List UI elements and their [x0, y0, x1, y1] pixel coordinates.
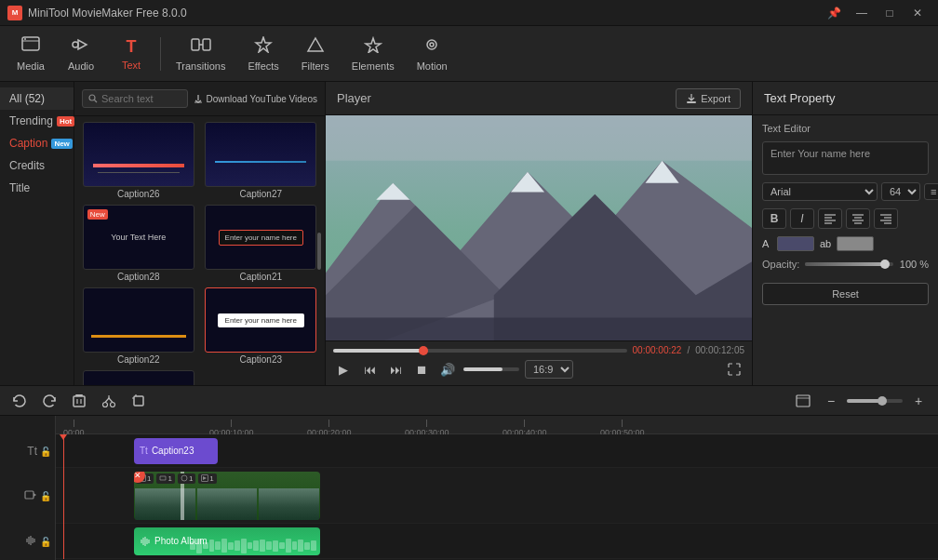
- align-left-button[interactable]: [818, 208, 842, 229]
- zoom-fit-button[interactable]: [791, 391, 815, 411]
- opacity-row: Opacity: 100 %: [762, 259, 929, 270]
- next-frame-button[interactable]: ⏭: [385, 359, 406, 380]
- tool-audio[interactable]: Audio: [58, 33, 104, 75]
- sidebar-item-all[interactable]: All (52): [0, 87, 74, 110]
- caption-lock-icon[interactable]: 🔓: [40, 447, 51, 457]
- caption-track: Tt Caption23: [56, 434, 938, 468]
- timeline-tracks[interactable]: 00:00 00:00:10:00 00:00:20:00 00:00:30:0…: [56, 416, 938, 560]
- close-button[interactable]: ✕: [904, 4, 931, 22]
- text-editor-label: Text Editor: [762, 123, 929, 134]
- align-center-button[interactable]: [846, 208, 870, 229]
- text-icon: T: [127, 37, 137, 57]
- align-right-button[interactable]: [874, 208, 898, 229]
- caption-badge: New: [51, 139, 72, 149]
- caption-item-22[interactable]: Caption22: [80, 287, 197, 365]
- bold-button[interactable]: B: [762, 208, 786, 229]
- reset-button[interactable]: Reset: [762, 283, 929, 305]
- progress-row: 00:00:00:22 / 00:00:12:05: [333, 345, 744, 355]
- audio-lock-icon[interactable]: 🔓: [40, 537, 51, 547]
- tool-media[interactable]: Media: [7, 33, 54, 75]
- svg-marker-46: [34, 493, 36, 497]
- tool-effects[interactable]: Effects: [238, 33, 288, 75]
- audio-track-icon: [24, 535, 37, 549]
- volume-bar[interactable]: [463, 367, 519, 371]
- minimize-button[interactable]: —: [849, 4, 875, 22]
- caption-label-27: Caption27: [239, 189, 282, 199]
- window-buttons: 📌 — □ ✕: [821, 4, 931, 22]
- progress-bar[interactable]: [333, 349, 627, 353]
- sidebar-item-credits[interactable]: Credits: [0, 154, 74, 177]
- svg-point-1: [24, 38, 26, 40]
- play-button[interactable]: ▶: [333, 359, 354, 380]
- caption-label-row: Tt 🔓: [0, 434, 55, 468]
- player-controls: 00:00:00:22 / 00:00:12:05 ▶ ⏮ ⏭ ⏹ 🔊 16:9…: [326, 340, 752, 385]
- font-select[interactable]: Arial Times New Roman Verdana: [762, 182, 878, 201]
- right-panel: Text Property Text Editor Enter Your nam…: [752, 82, 938, 385]
- opacity-slider[interactable]: [805, 262, 893, 266]
- zoom-in-button[interactable]: +: [906, 391, 931, 411]
- playhead: [63, 434, 64, 559]
- time-separator: /: [687, 345, 690, 355]
- export-button[interactable]: Export: [676, 88, 741, 109]
- trending-badge: Hot: [57, 116, 74, 127]
- fullscreen-button[interactable]: [724, 359, 744, 380]
- svg-line-10: [95, 100, 98, 103]
- caption-thumb-21: Enter your name here: [205, 205, 316, 270]
- tool-text[interactable]: T Text: [108, 33, 154, 74]
- caption-clip[interactable]: Tt Caption23: [134, 438, 218, 464]
- svg-rect-11: [194, 102, 202, 103]
- volume-button[interactable]: 🔊: [437, 359, 458, 380]
- stop-button[interactable]: ⏹: [411, 359, 432, 380]
- crop-button[interactable]: [127, 391, 151, 411]
- tool-filters[interactable]: Filters: [292, 33, 339, 75]
- download-youtube-button[interactable]: Download YouTube Videos: [194, 89, 317, 108]
- caption-item-extra[interactable]: Your Title Here Caption: [80, 370, 197, 385]
- undo-button[interactable]: [7, 391, 32, 411]
- cut-button[interactable]: [97, 391, 121, 411]
- sidebar-item-title[interactable]: Title: [0, 177, 74, 199]
- search-icon: [88, 94, 98, 103]
- zoom-controls: − +: [791, 391, 931, 411]
- bg-color-swatch[interactable]: [837, 236, 874, 251]
- progress-thumb[interactable]: [419, 346, 428, 355]
- maximize-button[interactable]: □: [877, 4, 903, 22]
- caption-item-21[interactable]: Enter your name here Caption21: [203, 205, 320, 282]
- opacity-label: Opacity:: [762, 259, 799, 270]
- italic-button[interactable]: I: [790, 208, 814, 229]
- list-button[interactable]: ≡: [924, 183, 938, 200]
- audio-label: Audio: [68, 60, 94, 72]
- search-input[interactable]: [101, 93, 181, 104]
- tool-motion[interactable]: Motion: [408, 33, 457, 75]
- caption-item-26[interactable]: Caption26: [80, 122, 197, 199]
- caption-thumb-extra: Your Title Here: [83, 370, 194, 385]
- audio-clip[interactable]: Photo Album: [134, 527, 320, 555]
- redo-button[interactable]: [37, 391, 61, 411]
- tool-transitions[interactable]: Transitions: [167, 33, 234, 75]
- text-panel-header: Download YouTube Videos: [74, 82, 325, 116]
- pin-button[interactable]: 📌: [821, 4, 847, 22]
- filters-icon: [306, 36, 325, 58]
- zoom-slider[interactable]: [847, 399, 903, 403]
- font-size-select[interactable]: 64 48 36 24: [881, 182, 920, 201]
- sidebar-item-caption[interactable]: Caption New: [0, 132, 74, 154]
- timeline-area: − + Tt 🔓 🔓: [0, 385, 938, 560]
- zoom-thumb: [878, 396, 887, 406]
- video-clip[interactable]: ✕ 1 1: [134, 472, 320, 520]
- text-input-area[interactable]: Enter Your name here: [762, 141, 929, 175]
- zoom-out-button[interactable]: −: [819, 391, 843, 411]
- caption-item-23[interactable]: Enter your name here Caption23: [203, 287, 320, 365]
- zoom-fill: [847, 399, 880, 403]
- sidebar-item-trending[interactable]: Trending Hot: [0, 110, 74, 132]
- text-color-swatch[interactable]: [777, 236, 814, 251]
- caption-item-27[interactable]: Caption27: [203, 122, 320, 199]
- caption-clip-icon: Tt: [140, 446, 148, 456]
- delete-button[interactable]: [67, 391, 91, 411]
- effects-icon: [254, 36, 273, 58]
- media-label: Media: [17, 60, 45, 72]
- aspect-ratio-select[interactable]: 16:9 4:3 1:1: [525, 360, 573, 379]
- caption-item-28[interactable]: New Your Text Here Caption28: [80, 205, 197, 282]
- video-lock-icon[interactable]: 🔓: [40, 491, 51, 501]
- prev-frame-button[interactable]: ⏮: [359, 359, 380, 380]
- search-box[interactable]: [82, 89, 188, 108]
- tool-elements[interactable]: Elements: [342, 33, 404, 75]
